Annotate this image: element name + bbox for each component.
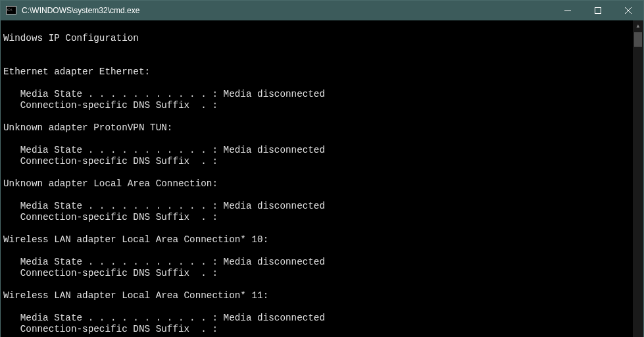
adapter-property-line: Connection-specific DNS Suffix . : bbox=[3, 100, 633, 111]
adapter-property-line: Connection-specific DNS Suffix . : bbox=[3, 324, 633, 335]
svg-rect-3 bbox=[595, 8, 601, 14]
adapter-name: Wireless LAN adapter Local Area Connecti… bbox=[3, 234, 633, 246]
adapter-name: Unknown adapter ProtonVPN TUN: bbox=[3, 122, 633, 134]
minimize-button[interactable] bbox=[553, 1, 583, 20]
scroll-thumb[interactable] bbox=[634, 32, 642, 47]
adapter-block: Unknown adapter ProtonVPN TUN: Media Sta… bbox=[3, 122, 633, 167]
adapter-block: Ethernet adapter Ethernet: Media State .… bbox=[3, 66, 633, 111]
adapter-property-line: Media State . . . . . . . . . . . : Medi… bbox=[3, 257, 633, 268]
console-area: Windows IP Configuration Ethernet adapte… bbox=[1, 20, 643, 337]
cmd-icon: C:\ bbox=[6, 5, 16, 16]
adapter-property-line: Media State . . . . . . . . . . . : Medi… bbox=[3, 313, 633, 324]
adapter-property-line: Media State . . . . . . . . . . . : Medi… bbox=[3, 201, 633, 212]
vertical-scrollbar[interactable]: ▲ ▼ bbox=[633, 20, 643, 337]
titlebar[interactable]: C:\ C:\WINDOWS\system32\cmd.exe bbox=[1, 1, 643, 20]
adapter-block: Wireless LAN adapter Local Area Connecti… bbox=[3, 234, 633, 279]
window-title: C:\WINDOWS\system32\cmd.exe bbox=[20, 6, 139, 15]
adapter-property-line: Media State . . . . . . . . . . . : Medi… bbox=[3, 145, 633, 156]
adapter-name: Wireless LAN adapter Local Area Connecti… bbox=[3, 290, 633, 301]
ipconfig-header: Windows IP Configuration bbox=[3, 33, 633, 44]
svg-text:C:\: C:\ bbox=[7, 8, 12, 12]
adapter-block: Unknown adapter Local Area Connection: M… bbox=[3, 178, 633, 223]
scroll-up-icon[interactable]: ▲ bbox=[633, 20, 643, 31]
cmd-window: C:\ C:\WINDOWS\system32\cmd.exe Windows … bbox=[0, 0, 644, 337]
adapter-block: Wireless LAN adapter Local Area Connecti… bbox=[3, 290, 633, 335]
adapter-property-line: Connection-specific DNS Suffix . : bbox=[3, 268, 633, 279]
console-output[interactable]: Windows IP Configuration Ethernet adapte… bbox=[1, 20, 633, 337]
close-button[interactable] bbox=[613, 1, 643, 20]
adapter-property-line: Connection-specific DNS Suffix . : bbox=[3, 156, 633, 167]
adapter-property-line: Media State . . . . . . . . . . . : Medi… bbox=[3, 89, 633, 100]
adapter-name: Ethernet adapter Ethernet: bbox=[3, 66, 633, 78]
maximize-button[interactable] bbox=[583, 1, 613, 20]
adapter-property-line: Connection-specific DNS Suffix . : bbox=[3, 212, 633, 223]
adapter-name: Unknown adapter Local Area Connection: bbox=[3, 178, 633, 190]
